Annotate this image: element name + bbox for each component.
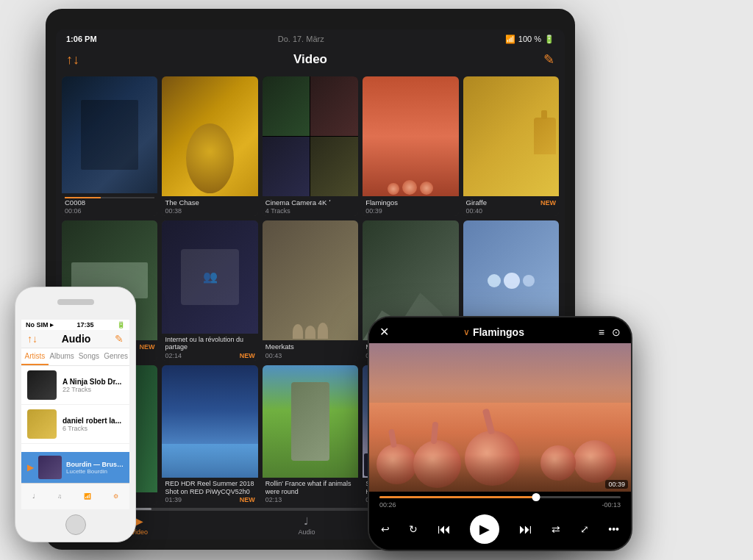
video-duration-rollin: 02:13 bbox=[265, 496, 282, 503]
ipad-status-right: 📶 100 % 🔋 bbox=[505, 35, 554, 44]
video-info-meerkats: Meerkats 00:43 bbox=[263, 340, 358, 360]
video-duration-internet: 02:14 bbox=[165, 352, 182, 359]
video-new-giraffe: NEW bbox=[540, 199, 556, 207]
video-new-redhdr: NEW bbox=[240, 496, 255, 503]
video-info-redhdr: RED HDR Reel Summer 2018 Shot on RED PiW… bbox=[162, 478, 257, 505]
iphone-old-np-title: Bourdin — Brushstrokes Echo bbox=[66, 461, 124, 468]
iphone-old-nav-title: Audio bbox=[62, 333, 91, 345]
video-title-chase: The Chase bbox=[165, 198, 254, 207]
iphone-old-time: 17:35 bbox=[76, 321, 93, 329]
wifi-icon: 📶 bbox=[505, 35, 515, 44]
now-playing-icon: ▶ bbox=[27, 462, 34, 473]
video-thumb-cinema bbox=[263, 76, 358, 196]
video-item-flamingo[interactable]: Flamingos 00:39 bbox=[363, 76, 458, 216]
battery-label: 100 % bbox=[518, 35, 541, 43]
shuffle-icon[interactable]: ⇄ bbox=[552, 523, 560, 535]
video-duration-redhdr: 01:39 bbox=[165, 496, 182, 503]
airplay2-icon[interactable]: ↻ bbox=[409, 523, 418, 535]
sort-icon[interactable]: ↑↓ bbox=[66, 52, 88, 68]
iphone-old-now-playing[interactable]: ▶ Bourdin — Brushstrokes Echo Lucette Bo… bbox=[21, 452, 129, 483]
iphone-old-bottom-tab-settings[interactable]: ⚙ bbox=[113, 493, 118, 500]
video-item-giraffe[interactable]: Giraffe NEW 00:40 bbox=[463, 76, 559, 216]
iphone-old-artist-name-2: daniel robert la... bbox=[63, 417, 124, 425]
iphone-old-artist-thumb-2 bbox=[27, 409, 57, 439]
play-icon: ▶ bbox=[479, 521, 490, 537]
play-pause-button[interactable]: ▶ bbox=[470, 514, 499, 544]
video-item-internet[interactable]: 👥 Internet ou la révolution du partage 0… bbox=[162, 220, 257, 360]
skip-back-icon[interactable]: ⏮ bbox=[438, 522, 451, 537]
iphone-new-airplay-icon[interactable]: ⊙ bbox=[612, 326, 621, 338]
iphone-old-bottom-tab-signal[interactable]: 📶 bbox=[84, 493, 91, 500]
video-thumb-giraffe bbox=[463, 76, 559, 196]
circle-back-icon[interactable]: ↩ bbox=[381, 523, 390, 535]
iphone-old-bottom-tab-audio[interactable]: ♫ bbox=[57, 493, 62, 500]
video-new-internet: NEW bbox=[240, 352, 255, 359]
iphone-old-tab-songs[interactable]: Songs bbox=[76, 348, 103, 365]
iphone-old-device: No SIM ▸ 17:35 🔋 ↑↓ Audio ✎ Artists Albu… bbox=[15, 287, 136, 542]
video-title-meerkats: Meerkats bbox=[265, 342, 355, 351]
iphone-new-progress-thumb bbox=[532, 493, 540, 501]
iphone-new-video-title: Flamingos bbox=[473, 326, 524, 338]
iphone-new-close-icon[interactable]: ✕ bbox=[379, 325, 389, 339]
video-item-meerkats[interactable]: Meerkats 00:43 bbox=[263, 220, 358, 360]
video-new-img1467: NEW bbox=[139, 343, 154, 351]
iphone-new-progress-fill bbox=[379, 496, 536, 498]
video-item-chase[interactable]: The Chase 00:38 bbox=[162, 76, 257, 216]
music-icon: ♩ bbox=[32, 493, 35, 500]
iphone-new-progress-track[interactable] bbox=[379, 496, 621, 498]
iphone-old-bottom-tab-music[interactable]: ♩ bbox=[32, 493, 35, 500]
skip-forward-icon[interactable]: ⏭ bbox=[519, 522, 532, 537]
video-item-redhdr[interactable]: RED HDR Reel Summer 2018 Shot on RED PiW… bbox=[162, 365, 257, 505]
iphone-new-title-area: ∨ Flamingos bbox=[463, 326, 524, 338]
video-thumb-chase bbox=[162, 76, 257, 196]
settings-icon: ⚙ bbox=[113, 493, 118, 500]
iphone-old-tab-albums[interactable]: Albums bbox=[49, 348, 76, 365]
video-item-rollin[interactable]: Rollin' France what if animals were roun… bbox=[263, 365, 358, 505]
iphone-old-artist-item-2[interactable]: daniel robert la... 6 Tracks bbox=[21, 405, 129, 444]
time-elapsed: 00:26 bbox=[379, 501, 396, 509]
iphone-new-times: 00:26 -00:13 bbox=[379, 501, 621, 509]
video-item-c0008[interactable]: C0008 00:06 bbox=[62, 76, 157, 216]
iphone-old-artist-item-1[interactable]: A Ninja Slob Dr... 22 Tracks bbox=[21, 366, 129, 405]
video-duration-meerkats: 00:43 bbox=[265, 352, 282, 359]
video-info-rollin: Rollin' France what if animals were roun… bbox=[263, 478, 358, 505]
iphone-old-edit-icon[interactable]: ✎ bbox=[115, 333, 124, 345]
video-info-chase: The Chase 00:38 bbox=[162, 196, 257, 216]
iphone-old-nav: ↑↓ Audio ✎ bbox=[21, 330, 129, 348]
audio-tab-icon: ♩ bbox=[304, 515, 309, 527]
video-title-c0008: C0008 bbox=[65, 198, 154, 207]
iphone-old-sort-icon[interactable]: ↑↓ bbox=[27, 333, 38, 345]
iphone-old-artist-tracks-1: 22 Tracks bbox=[63, 386, 124, 393]
video-title-giraffe: Giraffe bbox=[466, 198, 487, 207]
iphone-old-tab-bar: ♩ ♫ 📶 ⚙ bbox=[21, 483, 129, 509]
video-title-internet: Internet ou la révolution du partage bbox=[165, 336, 254, 352]
iphone-old-np-info: Bourdin — Brushstrokes Echo Lucette Bour… bbox=[66, 461, 124, 475]
iphone-new-settings-icon[interactable]: ≡ bbox=[599, 326, 604, 338]
iphone-new-video-area: 00:39 bbox=[369, 343, 631, 492]
ipad-nav-bar: ↑↓ Video ✎ bbox=[56, 49, 565, 73]
video-title-rollin: Rollin' France what if animals were roun… bbox=[265, 480, 355, 496]
iphone-old-artist-tracks-2: 6 Tracks bbox=[63, 425, 124, 432]
more-icon[interactable]: ••• bbox=[608, 523, 619, 535]
iphone-old-tab-genres[interactable]: Genres bbox=[102, 348, 129, 365]
iphone-old-tab-artists[interactable]: Artists bbox=[21, 348, 49, 365]
video-info-cinema: Cinema Camera 4K ʻ 4 Tracks bbox=[263, 196, 358, 216]
iphone-new-playback-controls: ↩ ↻ ⏮ ▶ ⏭ ⇄ ⤢ ••• bbox=[369, 511, 631, 550]
video-item-cinema[interactable]: Cinema Camera 4K ʻ 4 Tracks bbox=[263, 76, 358, 216]
fullscreen-icon[interactable]: ⤢ bbox=[580, 523, 589, 535]
audio-icon: ♫ bbox=[57, 493, 62, 500]
video-title-cinema: Cinema Camera 4K ʻ bbox=[265, 198, 355, 207]
ipad-tab-audio[interactable]: ♩ Audio bbox=[298, 515, 315, 536]
video-info-flamingo: Flamingos 00:39 bbox=[363, 196, 458, 216]
iphone-old-artist-thumb-1 bbox=[27, 370, 57, 400]
flamingo-scene: 00:39 bbox=[369, 343, 631, 492]
iphone-old-home-button[interactable] bbox=[65, 514, 86, 535]
iphone-old-np-artist: Lucette Bourdin bbox=[66, 468, 124, 475]
video-thumb-meerkats bbox=[263, 220, 358, 340]
video-info-c0008: C0008 00:06 bbox=[62, 193, 157, 216]
edit-icon[interactable]: ✎ bbox=[532, 51, 554, 68]
ipad-time: 1:06 PM bbox=[66, 35, 97, 43]
video-info-internet: Internet ou la révolution du partage 02:… bbox=[162, 334, 257, 361]
iphone-new-top-right: ≡ ⊙ bbox=[599, 326, 621, 338]
iphone-old-status-bar: No SIM ▸ 17:35 🔋 bbox=[21, 320, 129, 330]
